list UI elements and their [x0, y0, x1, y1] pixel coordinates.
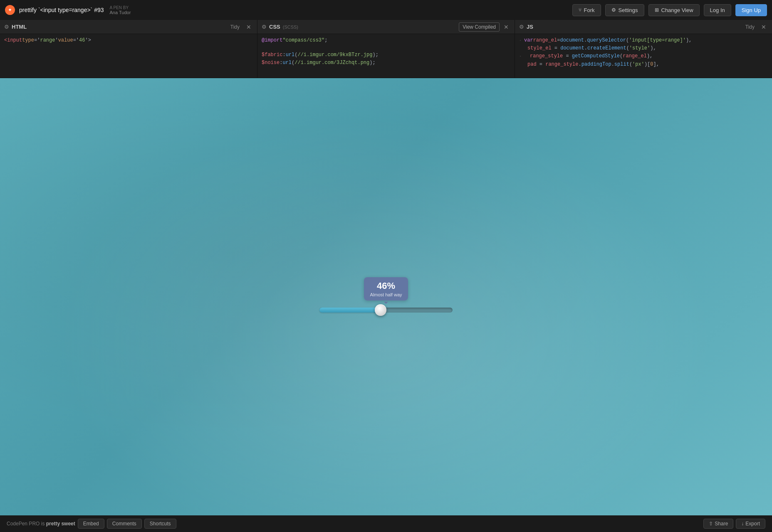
js-editor-content[interactable]: ·var range_el = document.querySelector('…: [515, 34, 772, 78]
slider-fill: [319, 308, 381, 313]
comments-button[interactable]: Comments: [107, 519, 142, 529]
slider-tooltip: 46% Almost half way: [364, 277, 408, 300]
js-panel: ⚙ JS Tidy ✕ ·var range_el = document.que…: [515, 20, 772, 78]
css-close-button[interactable]: ✕: [502, 23, 510, 31]
view-compiled-button[interactable]: View Compiled: [459, 22, 500, 32]
change-view-button[interactable]: ⊞ Change View: [648, 4, 700, 16]
js-panel-title: JS: [527, 24, 533, 30]
bottombar: CodePen PRO is pretty sweet Embed Commen…: [0, 515, 772, 532]
signup-button[interactable]: Sign Up: [735, 4, 767, 16]
slider-thumb[interactable]: [375, 304, 386, 316]
editors-container: ⚙ HTML Tidy ✕ <input type='range' value=…: [0, 20, 772, 78]
tooltip-percent: 46%: [370, 281, 402, 291]
navbar: prettify `<input type=range>` #93 A PEN …: [0, 0, 772, 20]
pen-author-prefix: A PEN BY: [110, 5, 131, 10]
css-code-line-3: $fabric: url(//i.imgur.com/9kxBTzr.jpg);: [262, 51, 510, 59]
css-editor-content[interactable]: @import "compass/css3"; $fabric: url(//i…: [257, 34, 515, 78]
html-code-line-1: <input type='range' value='46'>: [4, 37, 253, 44]
settings-icon: ⚙: [611, 7, 616, 13]
settings-button[interactable]: ⚙ Settings: [605, 4, 644, 16]
css-panel-subtitle: (SCSS): [283, 25, 298, 30]
html-panel-header: ⚙ HTML Tidy ✕: [0, 20, 257, 34]
css-code-line-1: @import "compass/css3";: [262, 37, 510, 44]
share-icon: ⇧: [709, 521, 713, 527]
export-icon: ↓: [741, 521, 744, 527]
logo-icon: [5, 5, 15, 15]
css-panel-header: ⚙ CSS (SCSS) View Compiled ✕: [257, 20, 515, 34]
fork-button[interactable]: ⑂ Fork: [572, 4, 601, 16]
js-code-line-4: pad = range_style.paddingTop.split('px')…: [519, 61, 768, 69]
shortcuts-button[interactable]: Shortcuts: [144, 519, 176, 529]
js-code-line-1: ·var range_el = document.querySelector('…: [519, 37, 768, 44]
html-tidy-button[interactable]: Tidy: [228, 23, 242, 31]
share-button[interactable]: ⇧ Share: [703, 519, 733, 529]
html-panel: ⚙ HTML Tidy ✕ <input type='range' value=…: [0, 20, 257, 78]
js-tidy-button[interactable]: Tidy: [743, 23, 757, 31]
slider-widget: 46% Almost half way: [319, 277, 453, 316]
pen-title: prettify `<input type=range>` #93: [19, 7, 104, 13]
login-button[interactable]: Log In: [704, 4, 731, 16]
css-code-line-4: $noise: url(//i.imgur.com/3JZchqt.png);: [262, 59, 510, 67]
html-gear-icon[interactable]: ⚙: [4, 24, 9, 30]
css-code-line-2: [262, 44, 510, 51]
css-panel: ⚙ CSS (SCSS) View Compiled ✕ @import "co…: [257, 20, 515, 78]
slider-track-container: [319, 304, 453, 316]
js-gear-icon[interactable]: ⚙: [519, 24, 524, 30]
pen-author: Ana Tudor: [110, 10, 131, 15]
css-gear-icon[interactable]: ⚙: [262, 24, 267, 30]
js-close-button[interactable]: ✕: [760, 23, 768, 31]
preview-area: 46% Almost half way: [0, 78, 772, 515]
pro-text: CodePen PRO is pretty sweet: [7, 521, 75, 527]
embed-button[interactable]: Embed: [78, 519, 104, 529]
html-close-button[interactable]: ✕: [245, 23, 253, 31]
js-panel-header: ⚙ JS Tidy ✕: [515, 20, 772, 34]
layout-icon: ⊞: [655, 7, 659, 13]
export-button[interactable]: ↓ Export: [736, 519, 765, 529]
html-panel-title: HTML: [12, 24, 27, 30]
tooltip-label: Almost half way: [370, 292, 402, 297]
js-code-line-3: ·range_style = getComputedStyle(range_el…: [519, 52, 768, 60]
fork-icon: ⑂: [579, 7, 581, 13]
js-code-line-2: style_el = document.createElement('style…: [519, 44, 768, 52]
html-editor-content[interactable]: <input type='range' value='46'>: [0, 34, 257, 78]
css-panel-title: CSS: [269, 24, 280, 30]
